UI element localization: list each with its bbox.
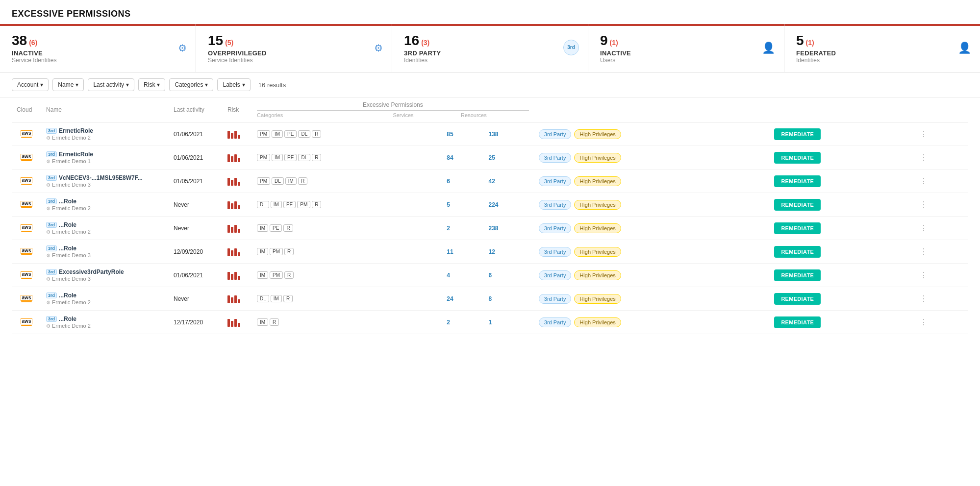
action-cell: REMEDIATE [769,264,913,287]
remediate-button[interactable]: REMEDIATE [774,246,821,258]
services-link[interactable]: 2 [447,319,450,326]
resources-link[interactable]: 42 [488,178,495,185]
remediate-button[interactable]: REMEDIATE [774,316,821,328]
3rd-badge-sm: 3rd [46,198,57,204]
more-button[interactable]: ⋮ [918,247,930,256]
services-cell[interactable]: 84 [442,146,483,170]
more-button[interactable]: ⋮ [918,177,930,185]
more-button[interactable]: ⋮ [918,130,930,138]
chevron-down-icon: ▾ [242,81,245,88]
resources-cell[interactable]: 238 [483,217,533,240]
table-row: aws 3rd VcNECEV3-...1MSL95E8W7F... ⚙ Erm… [12,170,968,193]
services-link[interactable]: 11 [447,248,453,255]
last-activity-filter[interactable]: Last activity ▾ [88,78,134,91]
categories-cell: PMDLIMR [252,170,442,193]
more-button[interactable]: ⋮ [918,200,930,209]
card-inactive-si[interactable]: 38 (6) INACTIVE Service Identities ⚙ [0,24,196,72]
risk-bar-segment [227,178,230,186]
risk-cell [223,122,252,146]
name-secondary: Ermetic Demo 2 [52,229,91,235]
categories-cell: DLIMR [252,287,442,311]
services-link[interactable]: 2 [447,225,450,232]
resources-link[interactable]: 1 [488,319,492,326]
services-link[interactable]: 4 [447,272,450,279]
labels-filter[interactable]: Labels ▾ [217,78,250,91]
resources-link[interactable]: 12 [488,248,495,255]
card-overprivileged-si[interactable]: 15 (5) OVERPRIVILEGED Service Identities… [196,24,392,72]
3rd-party-tag: 3rd Party [539,294,572,304]
3rd-party-tag: 3rd Party [539,200,572,210]
last-activity-cell: 01/06/2021 [169,122,223,146]
card-number: 9 (1) [600,33,772,49]
resources-cell[interactable]: 1 [483,311,533,334]
services-cell[interactable]: 5 [442,193,483,217]
services-cell[interactable]: 85 [442,122,483,146]
card-federated[interactable]: 5 (1) FEDERATED Identities 👤 [784,24,980,72]
gear-sm-icon: ⚙ [46,276,50,282]
category-tag: DL [257,295,269,302]
resources-link[interactable]: 138 [488,131,498,138]
resources-cell[interactable]: 138 [483,122,533,146]
name-cell: 3rd ...Role ⚙ Ermetic Demo 2 [41,217,169,240]
more-cell: ⋮ [913,287,968,311]
resources-cell[interactable]: 6 [483,264,533,287]
more-cell: ⋮ [913,240,968,264]
services-link[interactable]: 84 [447,154,453,161]
resources-cell[interactable]: 8 [483,287,533,311]
resources-link[interactable]: 238 [488,225,498,232]
more-button[interactable]: ⋮ [918,294,930,303]
resources-link[interactable]: 6 [488,272,492,279]
resources-link[interactable]: 8 [488,295,492,302]
risk-bar-segment [227,272,230,280]
remediate-button[interactable]: REMEDIATE [774,175,821,187]
more-button[interactable]: ⋮ [918,318,930,326]
remediate-button[interactable]: REMEDIATE [774,293,821,305]
3rd-party-tag: 3rd Party [539,153,572,163]
aws-logo: aws [17,154,36,161]
risk-cell [223,217,252,240]
remediate-button[interactable]: REMEDIATE [774,222,821,234]
card-inactive-users[interactable]: 9 (1) INACTIVE Users 👤 [588,24,784,72]
category-tag: DL [298,130,310,138]
services-cell[interactable]: 6 [442,170,483,193]
remediate-button[interactable]: REMEDIATE [774,152,821,164]
card-icon: 3rd [563,40,579,55]
card-3rd-party[interactable]: 16 (3) 3rd PARTY Identities 3rd [392,24,588,72]
services-cell[interactable]: 2 [442,217,483,240]
more-button[interactable]: ⋮ [918,271,930,279]
resources-cell[interactable]: 42 [483,170,533,193]
services-link[interactable]: 5 [447,201,450,208]
risk-bar-segment [231,274,233,280]
services-link[interactable]: 24 [447,295,453,302]
remediate-button[interactable]: REMEDIATE [774,269,821,281]
card-label: INACTIVE [12,49,184,57]
resources-cell[interactable]: 25 [483,146,533,170]
resources-cell[interactable]: 12 [483,240,533,264]
risk-bar-segment [231,156,233,162]
high-privileges-tag: High Privileges [574,270,621,280]
account-filter[interactable]: Account ▾ [12,78,49,91]
resources-cell[interactable]: 224 [483,193,533,217]
chevron-down-icon: ▾ [157,81,160,88]
services-cell[interactable]: 4 [442,264,483,287]
services-cell[interactable]: 2 [442,311,483,334]
risk-cell [223,146,252,170]
services-cell[interactable]: 24 [442,287,483,311]
last-activity-cell: Never [169,193,223,217]
remediate-button[interactable]: REMEDIATE [774,128,821,140]
risk-bar [227,224,247,233]
categories-filter[interactable]: Categories ▾ [169,78,213,91]
remediate-button[interactable]: REMEDIATE [774,199,821,211]
risk-bar-segment [234,131,237,139]
risk-filter[interactable]: Risk ▾ [138,78,165,91]
more-button[interactable]: ⋮ [918,224,930,232]
resources-link[interactable]: 224 [488,201,498,208]
services-link[interactable]: 85 [447,131,453,138]
name-filter[interactable]: Name ▾ [52,78,84,91]
services-cell[interactable]: 11 [442,240,483,264]
cloud-cell: aws [12,311,41,334]
resources-link[interactable]: 25 [488,154,495,161]
services-link[interactable]: 6 [447,178,450,185]
more-button[interactable]: ⋮ [918,153,930,162]
aws-logo: aws [17,271,36,279]
